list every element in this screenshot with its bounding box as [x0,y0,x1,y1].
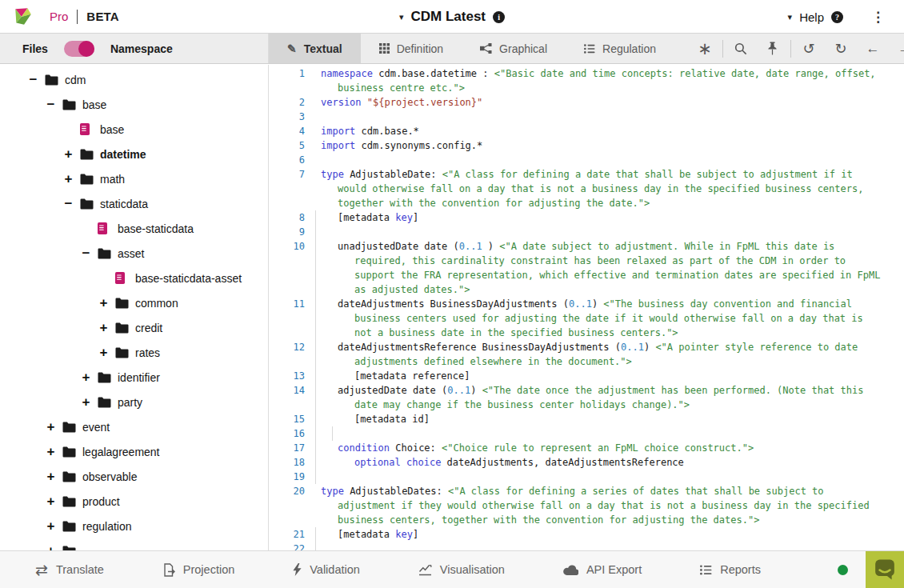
plus-expander-icon[interactable]: + [80,370,92,384]
help-menu[interactable]: Help [799,10,824,24]
tree-item-common[interactable]: +common [0,290,268,315]
tree-item-legalagreement[interactable]: +legalagreement [0,439,268,464]
minus-expander-icon[interactable]: − [27,73,39,86]
code-line[interactable]: 9 [270,225,904,239]
code-line[interactable]: 19 [270,470,904,484]
tree-item-rates[interactable]: +rates [0,340,268,365]
code-line[interactable]: 11dateAdjustments BusinessDayAdjustments… [270,297,904,340]
code-text: dateAdjustments BusinessDayAdjustments (… [321,297,904,340]
projection-button[interactable]: Projection [162,563,234,577]
bottom-action-label: Visualisation [440,563,505,576]
code-line[interactable]: 14adjustedDate date (0..1) <"The date on… [270,383,904,412]
bottom-action-label: Reports [720,563,761,576]
minus-expander-icon[interactable]: − [62,197,74,210]
tree-item-math[interactable]: +math [0,166,268,191]
redo-icon[interactable]: ↻ [825,42,857,56]
search-icon[interactable] [725,42,757,55]
toolbar-divider [790,40,791,58]
plus-expander-icon[interactable]: + [62,172,74,186]
translate-button[interactable]: ⇄Translate [35,562,104,578]
tree-item-cdm[interactable]: −cdm [0,67,268,92]
tree-item-observable[interactable]: +observable [0,464,268,489]
folder-icon [62,422,76,433]
tree-item-product[interactable]: +product [0,489,268,514]
asterisk-icon[interactable]: ∗ [689,40,721,57]
indent-guide [315,527,316,542]
tree-item-regulation[interactable]: +regulation [0,514,268,538]
code-line[interactable]: 21[metadata key] [270,527,904,542]
code-line[interactable]: 17condition Choice: <"Choice rule to rep… [270,441,904,455]
chat-widget[interactable] [866,551,904,588]
arrow-left-icon[interactable]: ← [857,42,889,55]
file-icon [80,123,94,135]
caret-down-icon[interactable]: ▾ [399,13,404,22]
code-line[interactable]: 8[metadata key] [270,210,904,225]
plus-expander-icon[interactable]: + [45,445,57,458]
code-line[interactable]: 1namespace cdm.base.datetime : <"Basic d… [270,66,904,95]
code-line[interactable]: 10unadjustedDate date (0..1 ) <"A date s… [270,239,904,297]
question-icon[interactable]: ? [831,11,843,23]
plus-expander-icon[interactable]: + [62,147,74,161]
status-dot [838,565,848,575]
tab-definition[interactable]: Definition [361,34,462,63]
tree-item-base-staticdata-asset[interactable]: base-staticdata-asset [0,266,268,290]
tab-textual[interactable]: ✎Textual [269,34,361,63]
plus-expander-icon[interactable]: + [45,494,57,508]
tree-item-event[interactable]: +event [0,414,268,439]
tree-item-base-staticdata[interactable]: base-staticdata [0,216,268,241]
plus-expander-icon[interactable]: + [45,470,57,483]
code-line[interactable]: 4import cdm.base.* [270,124,904,138]
plus-expander-icon[interactable]: + [98,346,110,359]
code-line[interactable]: 20type AdjustableDates: <"A class for de… [270,484,904,527]
tree-item-label: rates [135,346,160,359]
tree-mode-switch: Files Namespace [0,34,269,63]
tree-item-staticdata[interactable]: −staticdata [0,191,268,216]
code-text: import cdm.base.* [321,124,904,138]
code-line[interactable]: 13[metadata reference] [270,369,904,383]
code-line[interactable]: 15[metadata id] [270,412,904,426]
undo-icon[interactable]: ↺ [793,42,825,56]
api-export-button[interactable]: API Export [563,563,642,576]
code-line[interactable]: 22 [270,542,904,550]
arrow-right-icon[interactable]: → [889,42,904,55]
plus-expander-icon[interactable]: + [45,420,57,434]
code-line[interactable]: 7type AdjustableDate: <"A class for defi… [270,167,904,210]
validation-button[interactable]: Validation [293,563,360,576]
visualisation-button[interactable]: Visualisation [418,563,505,576]
minus-expander-icon[interactable]: − [45,98,57,111]
code-line[interactable]: 16 [270,426,904,441]
plus-expander-icon[interactable]: + [45,519,57,533]
plus-expander-icon[interactable]: + [98,296,110,310]
tree-item-credit[interactable]: +credit [0,315,268,340]
files-namespace-toggle[interactable] [64,41,94,57]
plus-expander-icon[interactable]: + [98,321,110,334]
plus-expander-icon[interactable]: + [45,544,57,550]
caret-down-icon[interactable]: ▾ [788,13,793,22]
pin-icon[interactable] [757,42,789,55]
code-line[interactable]: 2version "${project.version}" [270,95,904,110]
kebab-menu-icon[interactable]: ⋮ [871,9,885,26]
code-text [321,110,904,124]
tree-item-datetime[interactable]: +datetime [0,142,268,166]
workspace-switcher[interactable]: ▾ CDM Latest i [0,0,904,34]
code-line[interactable]: 18optional choice dateAdjustments, dateA… [270,455,904,470]
tree-item-base[interactable]: −base [0,92,268,117]
code-editor[interactable]: 1namespace cdm.base.datetime : <"Basic d… [270,65,904,550]
tree-item-asset[interactable]: −asset [0,241,268,266]
code-line[interactable]: 6 [270,153,904,167]
code-line[interactable]: 12dateAdjustmentsReference BusinessDayAd… [270,340,904,369]
folder-icon [98,372,111,383]
tree-item-identifier[interactable]: +identifier [0,365,268,390]
info-icon[interactable]: i [493,11,505,23]
plus-expander-icon[interactable]: + [80,395,92,409]
tree-item-party[interactable]: +party [0,390,268,414]
tab-regulation[interactable]: Regulation [566,34,674,63]
minus-expander-icon[interactable]: − [80,246,92,260]
tab-graphical[interactable]: Graphical [462,34,566,63]
tree-item-hidden[interactable]: + [0,538,268,550]
code-text: [metadata key] [321,527,904,542]
tree-item-base[interactable]: base [0,117,268,142]
reports-button[interactable]: Reports [700,563,761,576]
code-line[interactable]: 5import cdm.synonyms.config.* [270,138,904,153]
code-line[interactable]: 3 [270,110,904,124]
